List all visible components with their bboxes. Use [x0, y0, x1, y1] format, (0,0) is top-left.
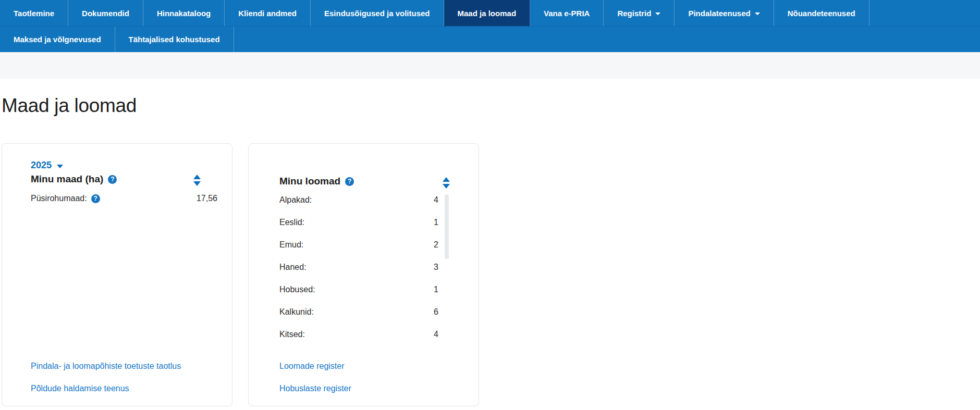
page-title: Maad ja loomad	[2, 94, 980, 117]
animal-list: Alpakad: 4 Eeslid: 1 Emud: 2 Haned:	[279, 195, 438, 340]
nav-tab[interactable]: Registrid	[604, 0, 675, 26]
nav-tab[interactable]: Nõuandeteenused	[774, 0, 869, 26]
nav-tab-label: Maksed ja võlgnevused	[14, 35, 101, 44]
animals-card-links: Loomade register Hobuslaste register	[279, 361, 351, 394]
main-nav: Taotlemine Dokumendid Hinnakataloog Klie…	[0, 0, 980, 52]
nav-tab[interactable]: Tähtajalised kohustused	[115, 27, 234, 52]
animal-row-label: Haned:	[279, 262, 307, 272]
nav-tab-label: Nõuandeteenused	[788, 9, 855, 18]
nav-tab-label: Dokumendid	[82, 9, 129, 18]
chevron-down-icon	[755, 13, 760, 15]
animals-card-link[interactable]: Loomade register	[279, 361, 351, 371]
nav-tab-label: Registrid	[617, 9, 651, 18]
sort-asc-icon	[443, 177, 450, 182]
animal-row-label: Alpakad:	[279, 195, 312, 205]
land-row-value: 17,56	[197, 193, 217, 204]
cards-row: 2025 Minu maad (ha) Püsirohumaad: 17,56	[2, 143, 980, 406]
list-item: Eeslid: 1	[279, 217, 438, 228]
nav-row-secondary: Maksed ja võlgnevused Tähtajalised kohus…	[0, 26, 980, 52]
nav-tab[interactable]: Hinnakataloog	[143, 0, 225, 26]
animal-row-value: 1	[434, 217, 438, 228]
animals-card-link[interactable]: Hobuslaste register	[279, 383, 351, 394]
year-selector[interactable]: 2025	[31, 160, 63, 171]
help-icon[interactable]	[345, 177, 354, 186]
list-item: Kitsed: 4	[279, 329, 438, 340]
nav-tab[interactable]: Vana e-PRIA	[530, 0, 604, 26]
land-list: Püsirohumaad: 17,56	[31, 193, 217, 204]
animal-row-value: 6	[434, 307, 438, 317]
nav-tab[interactable]: Pindalateenused	[675, 0, 774, 26]
nav-tab-label: Esindusõigused ja volitused	[324, 9, 430, 18]
land-card-links: Pindala- ja loomapõhiste toetuste taotlu…	[31, 361, 181, 394]
nav-tab[interactable]: Maad ja loomad	[444, 0, 531, 26]
help-icon[interactable]	[108, 175, 117, 184]
animal-row-value: 3	[434, 262, 438, 272]
list-item: Emud: 2	[279, 240, 438, 250]
chevron-down-icon	[57, 165, 63, 168]
sort-asc-icon	[193, 175, 201, 179]
animal-row-value: 1	[434, 284, 438, 295]
animal-row-label: Kalkunid:	[279, 307, 314, 317]
land-card-header: Minu maad (ha)	[31, 173, 217, 185]
scrollbar-thumb[interactable]	[445, 194, 449, 259]
main-content: Maad ja loomad 2025 Minu maad (ha) Püsir…	[0, 94, 980, 406]
nav-tab-label: Maad ja loomad	[458, 9, 517, 18]
sort-toggle[interactable]	[193, 175, 201, 186]
nav-tab-label: Pindalateenused	[688, 9, 750, 18]
nav-row-primary: Taotlemine Dokumendid Hinnakataloog Klie…	[0, 0, 980, 26]
nav-tab[interactable]: Kliendi andmed	[225, 0, 311, 26]
nav-tab[interactable]: Dokumendid	[68, 0, 143, 26]
list-item: Alpakad: 4	[279, 195, 438, 205]
list-item: Kalkunid: 6	[279, 307, 438, 317]
nav-tab-label: Tähtajalised kohustused	[129, 35, 220, 44]
nav-tab-label: Kliendi andmed	[238, 9, 297, 18]
help-icon[interactable]	[91, 194, 100, 203]
animal-row-value: 2	[434, 240, 438, 250]
land-card-link[interactable]: Põldude haldamise teenus	[31, 383, 181, 394]
animals-card: Minu loomad Alpakad: 4 Eeslid: 1	[248, 143, 479, 406]
land-card-link[interactable]: Pindala- ja loomapõhiste toetuste taotlu…	[31, 361, 181, 371]
subheader-band	[0, 52, 980, 79]
nav-tab[interactable]: Taotlemine	[0, 0, 68, 26]
animals-card-title: Minu loomad	[279, 176, 340, 187]
list-item: Hobused: 1	[279, 284, 438, 295]
animal-row-label: Kitsed:	[279, 329, 305, 340]
animal-row-label: Hobused:	[279, 284, 315, 295]
list-item: Haned: 3	[279, 262, 438, 272]
nav-tab-label: Hinnakataloog	[157, 9, 211, 18]
year-selector-label: 2025	[31, 160, 52, 171]
sort-desc-icon	[443, 184, 450, 189]
animal-row-label: Emud:	[279, 240, 303, 250]
nav-tab[interactable]: Maksed ja võlgnevused	[0, 27, 115, 52]
animal-row-label: Eeslid:	[279, 217, 304, 228]
nav-tab-label: Taotlemine	[14, 9, 54, 18]
sort-toggle[interactable]	[443, 177, 450, 189]
animal-row-value: 4	[434, 195, 438, 205]
animal-row-value: 4	[434, 329, 438, 340]
land-card-title: Minu maad (ha)	[31, 173, 103, 185]
sort-desc-icon	[193, 181, 201, 186]
nav-tab-label: Vana e-PRIA	[544, 9, 590, 18]
nav-tab[interactable]: Esindusõigused ja volitused	[311, 0, 444, 26]
list-item: Püsirohumaad: 17,56	[31, 193, 217, 204]
land-card: 2025 Minu maad (ha) Püsirohumaad: 17,56	[2, 143, 232, 406]
land-row-label: Püsirohumaad:	[31, 193, 87, 204]
chevron-down-icon	[655, 13, 660, 15]
